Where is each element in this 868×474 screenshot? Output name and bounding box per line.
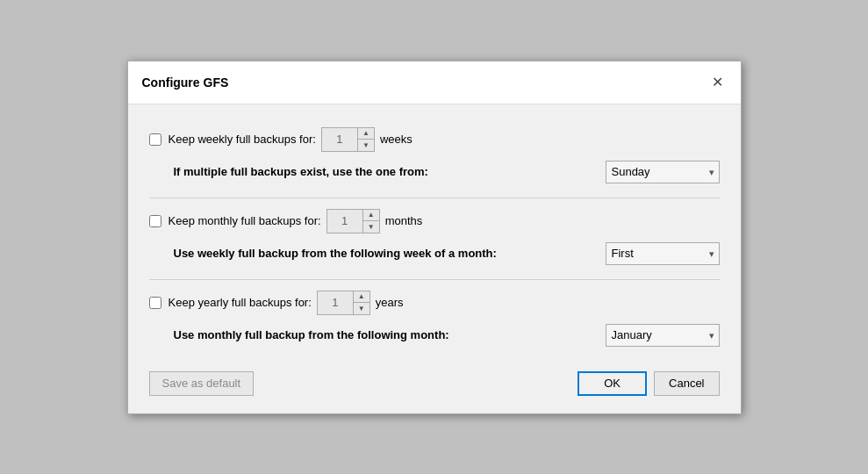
weekly-value-input[interactable]: [322, 128, 357, 151]
monthly-label: Keep monthly full backups for:: [169, 214, 321, 227]
yearly-row: Keep yearly full backups for: ▲ ▼ years: [149, 285, 720, 320]
save-default-button[interactable]: Save as default: [149, 371, 255, 396]
title-bar: Configure GFS ✕: [128, 61, 741, 104]
weekly-label: Keep weekly full backups for:: [169, 133, 316, 146]
monthly-checkbox[interactable]: [149, 215, 161, 227]
weekly-spinner-up[interactable]: ▲: [358, 128, 374, 140]
monthly-spinner-up[interactable]: ▲: [363, 210, 379, 221]
monthly-dropdown-wrapper: First Second Third Fourth Last: [606, 242, 720, 265]
yearly-section: Keep yearly full backups for: ▲ ▼ years …: [149, 285, 720, 354]
weekly-checkbox[interactable]: [149, 133, 161, 146]
yearly-unit: years: [376, 296, 404, 309]
yearly-spinner-down[interactable]: ▼: [354, 303, 369, 314]
close-button[interactable]: ✕: [706, 70, 730, 95]
yearly-sub-label: Use monthly full backup from the followi…: [174, 328, 449, 341]
monthly-value-input[interactable]: [327, 210, 362, 233]
button-row: Save as default OK Cancel: [149, 361, 720, 399]
weekly-dropdown-wrapper: Sunday Monday Tuesday Wednesday Thursday…: [606, 161, 720, 183]
divider-1: [149, 198, 720, 198]
dialog-title: Configure GFS: [142, 75, 229, 90]
yearly-label: Keep yearly full backups for:: [169, 296, 312, 309]
yearly-checkbox-wrapper: Keep yearly full backups for:: [149, 296, 312, 309]
monthly-sub-row: Use weekly full backup from the followin…: [149, 239, 720, 272]
configure-gfs-dialog: Configure GFS ✕ Keep weekly full backups…: [127, 61, 742, 414]
weekly-sub-label: If multiple full backups exist, use the …: [174, 165, 428, 178]
weekly-checkbox-wrapper: Keep weekly full backups for:: [149, 133, 316, 146]
weekly-unit: weeks: [380, 133, 412, 146]
dialog-body: Keep weekly full backups for: ▲ ▼ weeks …: [128, 104, 741, 413]
yearly-spinner-buttons: ▲ ▼: [353, 291, 369, 314]
yearly-checkbox[interactable]: [149, 297, 161, 309]
yearly-month-dropdown[interactable]: January February March April May June Ju…: [606, 324, 720, 347]
yearly-spinner: ▲ ▼: [317, 291, 370, 315]
yearly-sub-row: Use monthly full backup from the followi…: [149, 320, 720, 354]
weekly-row: Keep weekly full backups for: ▲ ▼ weeks: [149, 122, 720, 157]
monthly-row: Keep monthly full backups for: ▲ ▼ month…: [149, 204, 720, 239]
weekly-day-dropdown[interactable]: Sunday Monday Tuesday Wednesday Thursday…: [606, 161, 720, 183]
monthly-section: Keep monthly full backups for: ▲ ▼ month…: [149, 204, 720, 272]
yearly-value-input[interactable]: [318, 291, 353, 314]
weekly-spinner-buttons: ▲ ▼: [357, 128, 374, 151]
monthly-spinner-down[interactable]: ▼: [363, 221, 379, 233]
weekly-section: Keep weekly full backups for: ▲ ▼ weeks …: [149, 122, 720, 190]
cancel-button[interactable]: Cancel: [654, 371, 719, 396]
monthly-sub-label: Use weekly full backup from the followin…: [174, 247, 497, 260]
weekly-spinner-down[interactable]: ▼: [358, 140, 374, 151]
weekly-spinner: ▲ ▼: [321, 127, 375, 152]
yearly-spinner-up[interactable]: ▲: [354, 291, 369, 303]
monthly-checkbox-wrapper: Keep monthly full backups for:: [149, 214, 321, 227]
weekly-sub-row: If multiple full backups exist, use the …: [149, 157, 720, 190]
monthly-spinner-buttons: ▲ ▼: [362, 210, 379, 233]
ok-button[interactable]: OK: [577, 371, 647, 396]
yearly-dropdown-wrapper: January February March April May June Ju…: [606, 324, 720, 347]
divider-2: [149, 279, 720, 280]
monthly-unit: months: [385, 214, 423, 227]
monthly-week-dropdown[interactable]: First Second Third Fourth Last: [606, 242, 720, 265]
monthly-spinner: ▲ ▼: [326, 209, 380, 233]
